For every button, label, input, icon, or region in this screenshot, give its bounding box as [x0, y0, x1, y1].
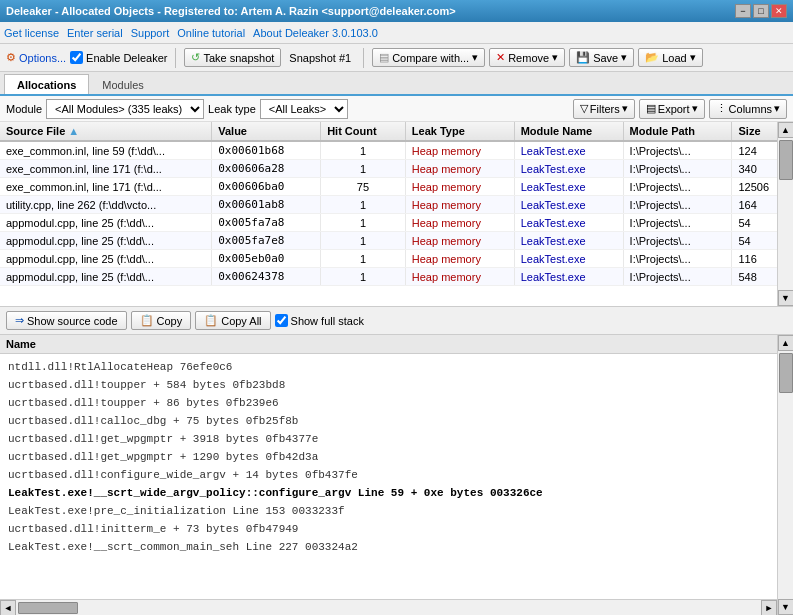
enable-deleaker-checkbox[interactable]	[70, 51, 83, 64]
stack-line: ucrtbased.dll!configure_wide_argv + 14 b…	[8, 466, 785, 484]
remove-label: Remove	[508, 52, 549, 64]
table-row[interactable]: appmodul.cpp, line 25 (f:\dd\...0x006243…	[0, 268, 793, 286]
stack-scroll-left-btn[interactable]: ◄	[0, 600, 16, 616]
scroll-up-btn[interactable]: ▲	[778, 122, 794, 138]
stack-scroll-right-btn[interactable]: ►	[761, 600, 777, 616]
table-row[interactable]: exe_common.inl, line 59 (f:\dd\...0x0060…	[0, 141, 793, 160]
menu-online-tutorial[interactable]: Online tutorial	[177, 27, 245, 39]
menu-about[interactable]: About Deleaker 3.0.103.0	[253, 27, 378, 39]
stack-scroll-thumb-h[interactable]	[18, 602, 78, 614]
leak-type-filter-select[interactable]: <All Leaks>	[260, 99, 348, 119]
module-filter-select[interactable]: <All Modules> (335 leaks)	[46, 99, 204, 119]
copy-all-button[interactable]: 📋 Copy All	[195, 311, 270, 330]
col-source-file[interactable]: Source File ▲	[0, 122, 212, 141]
copy-button[interactable]: 📋 Copy	[131, 311, 192, 330]
save-label: Save	[593, 52, 618, 64]
table-cell-0: exe_common.inl, line 171 (f:\d...	[0, 160, 212, 178]
menu-enter-serial[interactable]: Enter serial	[67, 27, 123, 39]
enable-deleaker-label[interactable]: Enable Deleaker	[70, 51, 167, 64]
snapshot-icon: ↺	[191, 51, 200, 64]
compare-label: Compare with...	[392, 52, 469, 64]
save-dropdown-icon: ▾	[621, 51, 627, 64]
scroll-thumb-v[interactable]	[779, 140, 793, 180]
stack-scroll-thumb[interactable]	[779, 353, 793, 393]
close-button[interactable]: ✕	[771, 4, 787, 18]
snapshot-name: Snapshot #1	[285, 52, 355, 64]
table-scrollbar-v[interactable]: ▲ ▼	[777, 122, 793, 306]
menu-support[interactable]: Support	[131, 27, 170, 39]
table-cell-1: 0x005eb0a0	[212, 250, 321, 268]
stack-header: Name	[0, 335, 793, 354]
table-cell-5: I:\Projects\...	[623, 268, 732, 286]
table-cell-4: LeakTest.exe	[514, 250, 623, 268]
table-cell-2: 1	[321, 268, 406, 286]
options-area[interactable]: ⚙ Options...	[6, 51, 66, 64]
table-cell-5: I:\Projects\...	[623, 178, 732, 196]
options-label[interactable]: Options...	[19, 52, 66, 64]
copy-icon: 📋	[140, 314, 154, 327]
remove-button[interactable]: ✕ Remove ▾	[489, 48, 565, 67]
col-hit-count[interactable]: Hit Count	[321, 122, 406, 141]
filters-button[interactable]: ▽ Filters ▾	[573, 99, 635, 119]
show-full-stack-checkbox[interactable]	[275, 314, 288, 327]
take-snapshot-label: Take snapshot	[203, 52, 274, 64]
stack-scroll-down-btn[interactable]: ▼	[778, 599, 794, 615]
table-cell-2: 1	[321, 250, 406, 268]
table-row[interactable]: utility.cpp, line 262 (f:\dd\vcto...0x00…	[0, 196, 793, 214]
show-full-stack-text: Show full stack	[291, 315, 364, 327]
take-snapshot-button[interactable]: ↺ Take snapshot	[184, 48, 281, 67]
maximize-button[interactable]: □	[753, 4, 769, 18]
table-cell-4: LeakTest.exe	[514, 160, 623, 178]
tab-allocations[interactable]: Allocations	[4, 74, 89, 94]
bottom-toolbar: ⇒ Show source code 📋 Copy 📋 Copy All Sho…	[0, 307, 793, 335]
save-button[interactable]: 💾 Save ▾	[569, 48, 634, 67]
table-row[interactable]: appmodul.cpp, line 25 (f:\dd\...0x005eb0…	[0, 250, 793, 268]
leak-type-filter-label: Leak type	[208, 103, 256, 115]
remove-dropdown-icon: ▾	[552, 51, 558, 64]
scroll-down-btn[interactable]: ▼	[778, 290, 794, 306]
columns-button[interactable]: ⋮ Columns ▾	[709, 99, 787, 119]
col-value[interactable]: Value	[212, 122, 321, 141]
table-cell-3: Heap memory	[405, 141, 514, 160]
table-container: Source File ▲ Value Hit Count Leak Type …	[0, 122, 793, 307]
show-source-label: Show source code	[27, 315, 118, 327]
stack-scrollbar-h[interactable]: ◄ ►	[0, 599, 777, 615]
copy-label: Copy	[157, 315, 183, 327]
copy-all-icon: 📋	[204, 314, 218, 327]
title-bar-buttons[interactable]: − □ ✕	[735, 4, 787, 18]
stack-scrollbar-v[interactable]: ▲ ▼	[777, 335, 793, 615]
table-cell-2: 1	[321, 214, 406, 232]
columns-dropdown-icon: ▾	[774, 102, 780, 115]
menu-get-license[interactable]: Get license	[4, 27, 59, 39]
export-button[interactable]: ▤ Export ▾	[639, 99, 705, 119]
show-source-button[interactable]: ⇒ Show source code	[6, 311, 127, 330]
table-cell-5: I:\Projects\...	[623, 141, 732, 160]
compare-icon: ▤	[379, 51, 389, 64]
table-row[interactable]: appmodul.cpp, line 25 (f:\dd\...0x005fa7…	[0, 214, 793, 232]
allocations-table: Source File ▲ Value Hit Count Leak Type …	[0, 122, 793, 286]
compare-button[interactable]: ▤ Compare with... ▾	[372, 48, 485, 67]
tab-modules[interactable]: Modules	[89, 74, 157, 94]
tab-bar: Allocations Modules	[0, 72, 793, 96]
table-cell-1: 0x00624378	[212, 268, 321, 286]
table-cell-0: appmodul.cpp, line 25 (f:\dd\...	[0, 232, 212, 250]
table-row[interactable]: appmodul.cpp, line 25 (f:\dd\...0x005fa7…	[0, 232, 793, 250]
table-row[interactable]: exe_common.inl, line 171 (f:\d...0x00606…	[0, 178, 793, 196]
stack-line: ucrtbased.dll!get_wpgmptr + 3918 bytes 0…	[8, 430, 785, 448]
show-full-stack-label[interactable]: Show full stack	[275, 314, 364, 327]
col-module-name[interactable]: Module Name	[514, 122, 623, 141]
options-icon: ⚙	[6, 51, 16, 64]
stack-scroll-up-btn[interactable]: ▲	[778, 335, 794, 351]
table-cell-5: I:\Projects\...	[623, 160, 732, 178]
table-row[interactable]: exe_common.inl, line 171 (f:\d...0x00606…	[0, 160, 793, 178]
stack-line: LeakTest.exe!__scrt_common_main_seh Line…	[8, 538, 785, 556]
export-dropdown-icon: ▾	[692, 102, 698, 115]
minimize-button[interactable]: −	[735, 4, 751, 18]
col-leak-type[interactable]: Leak Type	[405, 122, 514, 141]
col-module-path[interactable]: Module Path	[623, 122, 732, 141]
load-button[interactable]: 📂 Load ▾	[638, 48, 702, 67]
stack-content[interactable]: ntdll.dll!RtlAllocateHeap 76efe0c6ucrtba…	[0, 354, 793, 610]
table-cell-1: 0x00606ba0	[212, 178, 321, 196]
table-cell-4: LeakTest.exe	[514, 268, 623, 286]
stack-line: ucrtbased.dll!initterm_e + 73 bytes 0fb4…	[8, 520, 785, 538]
